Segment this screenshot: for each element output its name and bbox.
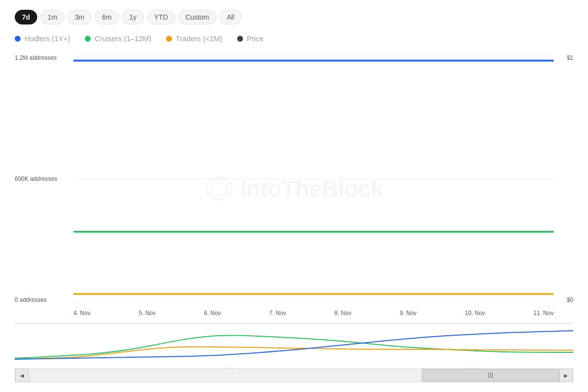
x-axis-label: 10. Nov xyxy=(465,310,485,317)
time-btn-7d[interactable]: 7d xyxy=(15,10,37,24)
scrollbar-inner xyxy=(29,369,559,382)
scroll-left-button[interactable]: ◀ xyxy=(15,368,29,382)
x-axis-label: 11. Nov xyxy=(534,310,554,317)
mini-chart-svg xyxy=(15,324,573,363)
legend-item: Traders (<1M) xyxy=(166,34,222,43)
x-axis: 4. Nov5. Nov6. Nov7. Nov8. Nov9. Nov10. … xyxy=(74,303,554,323)
time-btn-ytd[interactable]: YTD xyxy=(147,10,175,24)
time-btn-1m[interactable]: 1m xyxy=(40,10,64,24)
chart-legend: Hodlers (1Y+)Cruisers (1–12M)Traders (<1… xyxy=(15,34,573,43)
scroll-right-button[interactable]: ▶ xyxy=(559,368,573,382)
legend-item: Cruisers (1–12M) xyxy=(85,34,151,43)
mini-chart-area: 2022 2024 ◀ ▶ xyxy=(15,323,573,382)
legend-label: Cruisers (1–12M) xyxy=(95,34,151,43)
scrollbar-thumb[interactable] xyxy=(422,369,559,382)
scrollbar-grip-icon xyxy=(488,372,493,378)
y-label-mid: 600K addresses xyxy=(15,175,57,182)
legend-dot xyxy=(237,36,243,42)
legend-item: Price xyxy=(237,34,264,43)
y-axis-left: 1.2M addresses 600K addresses 0 addresse… xyxy=(15,54,57,303)
time-btn-6m[interactable]: 6m xyxy=(95,10,119,24)
legend-item: Hodlers (1Y+) xyxy=(15,34,70,43)
y-label-bot: 0 addresses xyxy=(15,296,57,303)
legend-label: Price xyxy=(247,34,264,43)
time-range-selector: 7d1m3m6m1yYTDCustomAll xyxy=(15,10,573,24)
time-btn-1y[interactable]: 1y xyxy=(122,10,144,24)
legend-label: Hodlers (1Y+) xyxy=(24,34,70,43)
legend-label: Traders (<1M) xyxy=(176,34,222,43)
x-axis-label: 7. Nov xyxy=(269,310,286,317)
x-axis-label: 8. Nov xyxy=(335,310,352,317)
time-btn-custom[interactable]: Custom xyxy=(178,10,217,24)
chart-area: 1.2M addresses 600K addresses 0 addresse… xyxy=(15,54,573,382)
main-container: 7d1m3m6m1yYTDCustomAll Hodlers (1Y+)Crui… xyxy=(0,0,588,392)
scrollbar-track: ◀ ▶ xyxy=(15,368,573,382)
x-axis-label: 6. Nov xyxy=(204,310,221,317)
main-chart: 1.2M addresses 600K addresses 0 addresse… xyxy=(15,54,573,323)
time-btn-all[interactable]: All xyxy=(220,10,242,24)
main-chart-svg xyxy=(74,54,554,303)
legend-dot xyxy=(85,36,91,42)
x-axis-label: 4. Nov xyxy=(74,310,91,317)
y-label-top: 1.2M addresses xyxy=(15,54,57,61)
time-btn-3m[interactable]: 3m xyxy=(68,10,92,24)
y-axis-right: $1 $0 xyxy=(567,54,573,303)
legend-dot xyxy=(166,36,172,42)
x-axis-label: 5. Nov xyxy=(139,310,156,317)
x-axis-label: 9. Nov xyxy=(400,310,417,317)
legend-dot xyxy=(15,36,21,42)
y-right-top: $1 xyxy=(567,54,573,61)
chart-svg-container xyxy=(74,54,554,303)
y-right-bot: $0 xyxy=(567,296,573,303)
